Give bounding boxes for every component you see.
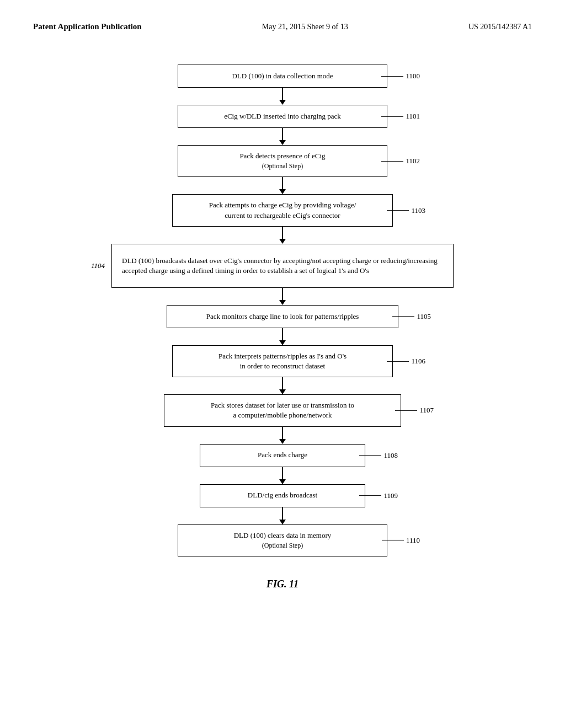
ref-1102: 1102: [381, 156, 420, 166]
ref-1105: 1105: [392, 312, 431, 322]
box-1105: Pack monitors charge line to look for pa…: [167, 305, 398, 328]
box-1109: DLD/cig ends broadcast 1109: [200, 484, 365, 507]
flow-row-1108: Pack ends charge 1108: [33, 444, 532, 467]
box-1107-text: Pack stores dataset for later use or tra…: [211, 400, 354, 420]
box-1105-text: Pack monitors charge line to look for pa…: [206, 312, 359, 322]
box-1103-text: Pack attempts to charge eCig by providin…: [209, 200, 356, 220]
ref-1109: 1109: [359, 490, 398, 500]
flow-row-1104: 1104 { DLD (100) broadcasts dataset over…: [33, 244, 532, 288]
arrow-2-3: [279, 177, 286, 194]
ref-1106-label: 1106: [411, 356, 425, 366]
arrow-0-1: [279, 88, 286, 105]
flow-row-1102: Pack detects presence of eCig(Optional S…: [33, 145, 532, 177]
arrow-8-9: [279, 467, 286, 484]
ref-1109-label: 1109: [383, 490, 398, 500]
arrow-4-5: [279, 288, 286, 305]
arrow-6-7: [279, 377, 286, 394]
box-1110: DLD (100) clears data in memory(Optional…: [178, 524, 387, 556]
box-1103: Pack attempts to charge eCig by providin…: [172, 194, 393, 226]
figure-caption: FIG. 11: [33, 579, 532, 590]
figure-caption-text: FIG. 11: [266, 579, 299, 590]
ref-1104-text: 1104: [91, 261, 105, 270]
arrow-9-10: [279, 507, 286, 524]
ref-1106: 1106: [387, 356, 425, 366]
box-1106: Pack interprets patterns/ripples as I's …: [172, 345, 393, 377]
box-1108-text: Pack ends charge: [258, 450, 307, 460]
box-1104: DLD (100) broadcasts dataset over eCig's…: [111, 244, 454, 288]
arrow-5-6: [279, 328, 286, 345]
flow-row-1106: Pack interprets patterns/ripples as I's …: [33, 345, 532, 377]
arrow-1-2: [279, 128, 286, 145]
flow-row-1105: Pack monitors charge line to look for pa…: [33, 305, 532, 328]
box-1107: Pack stores dataset for later use or tra…: [164, 394, 401, 426]
box-1110-text: DLD (100) clears data in memory(Optional…: [234, 531, 332, 550]
arrow-7-8: [279, 427, 286, 444]
ref-1100: 1100: [381, 71, 420, 81]
box-1101: eCig w/DLD inserted into charging pack 1…: [178, 105, 387, 128]
flowchart: DLD (100) in data collection mode 1100 e…: [33, 65, 532, 556]
box-1101-text: eCig w/DLD inserted into charging pack: [224, 111, 341, 121]
ref-1107: 1107: [395, 405, 434, 415]
ref-1107-label: 1107: [419, 405, 434, 415]
ref-1103-label: 1103: [411, 205, 425, 215]
ref-1110: 1110: [382, 536, 420, 545]
page-header: Patent Application Publication May 21, 2…: [33, 22, 532, 31]
box-1104-text: DLD (100) broadcasts dataset over eCig's…: [122, 256, 443, 276]
ref-1108-label: 1108: [383, 450, 398, 460]
ref-1108: 1108: [359, 450, 398, 460]
ref-1105-label: 1105: [417, 312, 431, 322]
flow-row-1107: Pack stores dataset for later use or tra…: [33, 394, 532, 426]
flow-row-1101: eCig w/DLD inserted into charging pack 1…: [33, 105, 532, 128]
flow-row-1109: DLD/cig ends broadcast 1109: [33, 484, 532, 507]
ref-1102-label: 1102: [406, 156, 420, 166]
box-1106-text: Pack interprets patterns/ripples as I's …: [218, 351, 347, 371]
box-1100-text: DLD (100) in data collection mode: [232, 71, 333, 81]
publication-title: Patent Application Publication: [33, 22, 142, 31]
ref-1110-label: 1110: [406, 536, 420, 545]
box-1109-text: DLD/cig ends broadcast: [248, 490, 317, 500]
flow-row-1110: DLD (100) clears data in memory(Optional…: [33, 524, 532, 556]
flow-row-1103: Pack attempts to charge eCig by providin…: [33, 194, 532, 226]
box-1102-text: Pack detects presence of eCig(Optional S…: [239, 151, 325, 171]
publication-date-sheet: May 21, 2015 Sheet 9 of 13: [262, 23, 348, 31]
ref-1104-label: 1104: [91, 261, 105, 270]
ref-1101-label: 1101: [406, 111, 420, 121]
box-1100: DLD (100) in data collection mode 1100: [178, 65, 387, 88]
ref-1100-label: 1100: [406, 71, 420, 81]
box-1102: Pack detects presence of eCig(Optional S…: [178, 145, 387, 177]
arrow-3-4: [279, 227, 286, 244]
box-1108: Pack ends charge 1108: [200, 444, 365, 467]
ref-1103: 1103: [387, 205, 425, 215]
publication-number: US 2015/142387 A1: [468, 23, 532, 31]
page: Patent Application Publication May 21, 2…: [0, 0, 565, 728]
ref-1101: 1101: [381, 111, 420, 121]
flow-row-1100: DLD (100) in data collection mode 1100: [33, 65, 532, 88]
